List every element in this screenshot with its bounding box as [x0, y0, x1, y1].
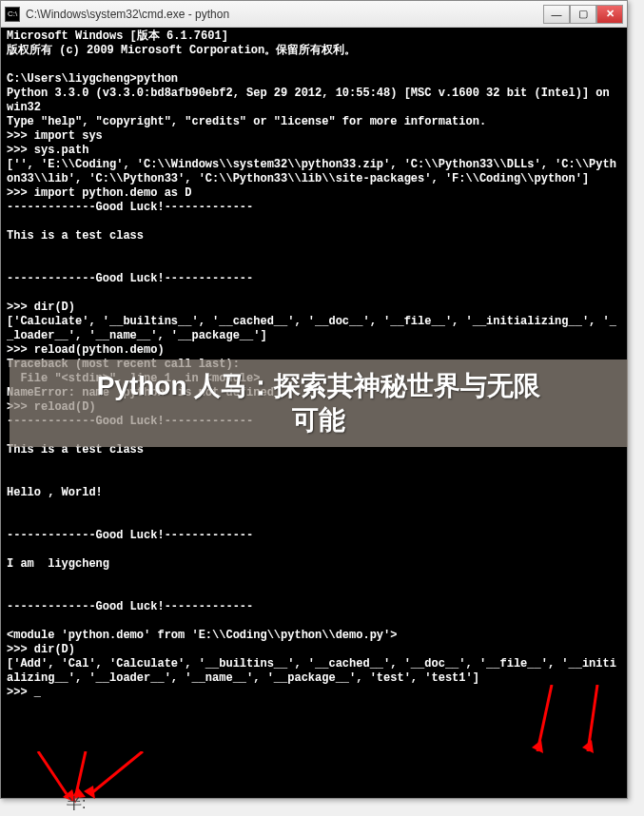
- cmd-icon: C:\: [5, 7, 20, 22]
- close-button[interactable]: ✕: [596, 5, 623, 24]
- window-title: C:\Windows\system32\cmd.exe - python: [26, 8, 543, 21]
- overlay-line1: Python 人马：探索其神秘世界与无限: [29, 369, 609, 403]
- window-buttons: — ▢ ✕: [543, 5, 623, 24]
- overlay-line2: 可能: [29, 403, 609, 437]
- article-title-overlay: Python 人马：探索其神秘世界与无限 可能: [10, 359, 628, 447]
- window-titlebar[interactable]: C:\ C:\Windows\system32\cmd.exe - python…: [1, 1, 627, 28]
- restore-button[interactable]: ▢: [570, 5, 596, 24]
- minimize-button[interactable]: —: [543, 5, 570, 24]
- caption-text: 半:: [67, 794, 86, 814]
